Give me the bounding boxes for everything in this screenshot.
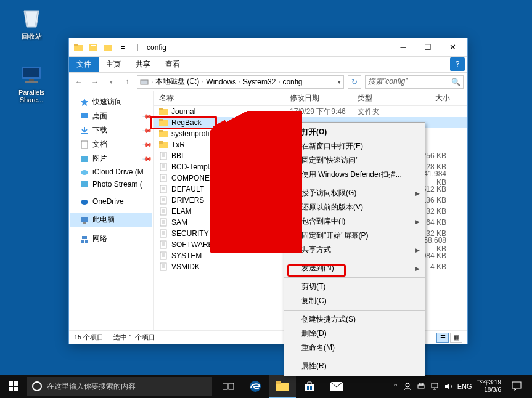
menu-properties[interactable]: 属性(R) (284, 359, 425, 373)
taskbar-edge[interactable] (242, 375, 269, 398)
nav-photo-stream[interactable]: Photo Stream ( (70, 178, 152, 190)
col-date[interactable]: 修改日期 (290, 93, 358, 104)
tab-file[interactable]: 文件 (69, 57, 99, 72)
tray-people-icon[interactable] (403, 382, 412, 391)
search-input[interactable]: 搜索"config" 🔍 (365, 75, 464, 89)
tray-ime-indicator[interactable]: ENG (457, 383, 472, 390)
tab-view[interactable]: 查看 (158, 57, 187, 72)
menu-copy[interactable]: 复制(C) (284, 294, 425, 308)
svg-rect-26 (159, 119, 163, 121)
svg-rect-71 (160, 263, 166, 270)
refresh-button[interactable]: ↻ (348, 75, 361, 89)
view-icons-button[interactable]: ▦ (450, 333, 462, 343)
tray-volume-icon[interactable] (444, 382, 452, 391)
breadcrumb-segment[interactable]: System32 (243, 78, 276, 86)
file-row[interactable]: Journal17/9/29 下午9:46文件夹 (154, 106, 467, 117)
svg-rect-59 (160, 230, 166, 237)
menu-pin-to-start[interactable]: 固定到"开始"屏幕(P) (284, 229, 425, 243)
nav-this-pc[interactable]: 此电脑 (70, 213, 152, 227)
breadcrumb-segment[interactable]: Windows (206, 78, 236, 86)
qat-new-folder-icon[interactable] (101, 41, 115, 54)
svg-point-17 (81, 200, 88, 205)
help-button[interactable]: ? (450, 57, 465, 71)
tab-share[interactable]: 共享 (128, 57, 158, 72)
menu-delete[interactable]: 删除(D) (284, 327, 425, 341)
tray-clock[interactable]: 下午3:19 18/3/6 (477, 379, 501, 394)
file-icon (159, 207, 168, 216)
menu-include-in-library[interactable]: 包含到库中(I)▶ (284, 214, 425, 229)
desktop-recycle-bin[interactable]: 回收站 (10, 5, 53, 41)
file-icon (159, 218, 168, 227)
nav-desktop[interactable]: 桌面📌 (70, 109, 152, 123)
col-size[interactable]: 大小 (413, 93, 450, 104)
start-button[interactable] (0, 375, 27, 398)
svg-rect-35 (160, 163, 166, 171)
menu-defender-scan[interactable]: 使用 Windows Defender扫描... (284, 168, 425, 182)
menu-restore-previous[interactable]: 还原以前的版本(V) (284, 200, 425, 214)
history-dropdown[interactable]: ▾ (105, 76, 117, 88)
col-name[interactable]: 名称 (154, 93, 290, 104)
action-center-button[interactable] (506, 375, 527, 398)
svg-rect-30 (159, 141, 163, 144)
svg-rect-81 (223, 383, 227, 389)
qat-properties-icon[interactable] (86, 41, 100, 54)
file-icon (159, 251, 168, 260)
tray-network-icon[interactable] (430, 382, 439, 391)
qat-folder-icon[interactable] (72, 41, 85, 54)
svg-rect-79 (9, 387, 13, 391)
tab-home[interactable]: 主页 (99, 57, 128, 72)
column-headers: 名称 修改日期 类型 大小 (154, 91, 467, 106)
file-name: Journal (171, 107, 195, 116)
menu-pin-quick-access[interactable]: 固定到"快速访问" (284, 153, 425, 168)
svg-rect-2 (29, 79, 34, 81)
maximize-button[interactable]: ☐ (415, 38, 440, 57)
status-selected-count: 选中 1 个项目 (113, 333, 155, 342)
svg-rect-86 (305, 384, 314, 391)
nav-icloud-drive[interactable]: iCloud Drive (M (70, 166, 152, 178)
menu-share[interactable]: 共享方式▶ (284, 243, 425, 257)
menu-create-shortcut[interactable]: 创建快捷方式(S) (284, 312, 425, 327)
taskbar-store[interactable] (296, 375, 323, 398)
clock-date: 18/3/6 (477, 386, 501, 394)
menu-open[interactable]: 打开(O) (284, 125, 425, 139)
address-bar[interactable]: › 本地磁盘 (C:) › Windows › System32 › confi… (137, 75, 344, 89)
cortana-icon (32, 381, 42, 391)
menu-open-new-window[interactable]: 在新窗口中打开(E) (284, 139, 425, 153)
back-button[interactable]: ← (73, 76, 85, 88)
nav-pictures[interactable]: 图片📌 (70, 152, 152, 166)
svg-rect-80 (14, 387, 18, 391)
minimize-button[interactable]: ─ (391, 38, 415, 57)
task-view-button[interactable] (215, 375, 242, 398)
forward-button[interactable]: → (89, 76, 101, 88)
cortana-search-input[interactable]: 在这里输入你要搜索的内容 (27, 377, 212, 396)
up-button[interactable]: → (121, 76, 133, 88)
menu-rename[interactable]: 重命名(M) (284, 341, 425, 355)
nav-quick-access[interactable]: 快速访问 (70, 95, 152, 109)
file-icon (159, 163, 168, 171)
menu-grant-access[interactable]: 授予访问权限(G)▶ (284, 186, 425, 200)
menu-cut[interactable]: 剪切(T) (284, 280, 425, 294)
svg-point-15 (81, 170, 88, 175)
menu-send-to[interactable]: 发送到(N)▶ (284, 261, 425, 275)
close-button[interactable]: ✕ (440, 38, 465, 57)
tray-overflow-icon[interactable]: ⌃ (393, 383, 398, 391)
title-bar: = | config ─ ☐ ✕ (69, 38, 467, 57)
search-placeholder: 搜索"config" (368, 76, 408, 87)
breadcrumb-segment[interactable]: config (282, 78, 302, 86)
nav-onedrive[interactable]: OneDrive (70, 195, 152, 208)
svg-rect-43 (160, 185, 166, 193)
taskbar-mail[interactable] (323, 375, 350, 398)
breadcrumb-segment[interactable]: 本地磁盘 (C:) (155, 76, 199, 87)
tray-printer-icon[interactable] (417, 383, 425, 390)
nav-network[interactable]: 网络 (70, 232, 152, 246)
nav-downloads[interactable]: 下载📌 (70, 123, 152, 137)
taskbar-file-explorer[interactable] (269, 375, 296, 398)
svg-rect-93 (418, 385, 424, 388)
view-details-button[interactable]: ☰ (436, 333, 449, 343)
col-type[interactable]: 类型 (358, 93, 413, 104)
svg-rect-96 (512, 382, 521, 388)
svg-rect-20 (82, 236, 87, 239)
nav-documents[interactable]: 文档📌 (70, 137, 152, 152)
desktop-parallels-shared[interactable]: Parallels Share... (10, 62, 53, 104)
shield-icon (288, 171, 297, 179)
